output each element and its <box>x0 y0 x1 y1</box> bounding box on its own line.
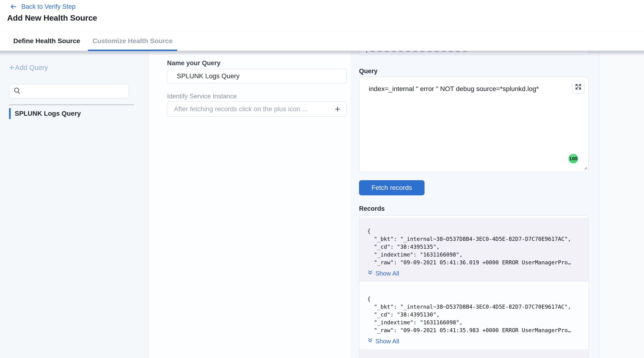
back-arrow-icon[interactable] <box>10 3 17 10</box>
tab-bar: Define Health Source Customize Health So… <box>0 31 644 51</box>
tab-customize-health-source[interactable]: Customize Health Source <box>88 31 178 50</box>
double-chevron-down-icon <box>367 270 373 277</box>
clipped-field-text <box>371 51 470 52</box>
add-health-source-page: Back to Verify Step Add New Health Sourc… <box>0 0 644 358</box>
add-query-button[interactable]: + Add Query <box>9 63 48 72</box>
clipped-field-above[interactable] <box>359 51 589 55</box>
fetch-records-button[interactable]: Fetch records <box>359 180 424 195</box>
back-to-verify-link[interactable]: Back to Verify Step <box>10 3 76 10</box>
service-instance-field: + <box>167 101 347 117</box>
selected-indicator-bar <box>9 108 11 119</box>
show-all-link[interactable]: Show All <box>367 338 399 345</box>
right-side-panel <box>599 51 644 358</box>
query-item-label: SPLUNK Logs Query <box>15 110 81 117</box>
record-line: { <box>367 295 581 303</box>
show-all-label: Show All <box>376 270 399 277</box>
records-label: Records <box>359 205 385 212</box>
records-container: { "_bkt": "_internal~38~D537D8B4-3EC0-4D… <box>359 215 589 358</box>
query-sidebar: + Add Query SPLUNK Logs Query <box>0 51 149 358</box>
add-query-label: Add Query <box>15 64 48 72</box>
search-input[interactable] <box>24 87 125 95</box>
add-service-instance-plus-icon[interactable]: + <box>334 105 342 113</box>
record-line: "_bkt": "_internal~38~D537D8B4-3EC0-4D5E… <box>367 235 581 243</box>
record-line: "_cd": "38:4395130", <box>367 311 581 319</box>
query-form-column: Name your Query Identify Service Instanc… <box>149 51 350 358</box>
query-search-box <box>9 84 129 98</box>
service-instance-label: Identify Service Instance <box>167 93 237 100</box>
sidebar-item-splunk-logs-query[interactable]: SPLUNK Logs Query <box>0 107 148 120</box>
tab-define-health-source[interactable]: Define Health Source <box>8 31 85 50</box>
back-link-label[interactable]: Back to Verify Step <box>21 3 76 10</box>
name-query-label: Name your Query <box>167 59 220 67</box>
query-panel: Query index=_internal " error " NOT debu… <box>350 51 599 358</box>
resize-handle[interactable] <box>583 165 588 171</box>
expand-query-button[interactable] <box>572 81 585 94</box>
page-header: Back to Verify Step Add New Health Sourc… <box>0 0 644 51</box>
query-editor[interactable]: index=_internal " error " NOT debug sour… <box>359 77 589 172</box>
record-line: "_bkt": "_internal~38~D537D8B4-3EC0-4D5E… <box>367 303 581 311</box>
record-card-1: { "_bkt": "_internal~38~D537D8B4-3EC0-4D… <box>359 218 588 282</box>
record-line: "_cd": "38:4395135", <box>367 243 581 251</box>
record-line: "_raw": "09-09-2021 05:41:36.019 +0000 E… <box>367 259 581 267</box>
record-line: { <box>367 227 581 235</box>
record-card-3-partial <box>359 349 588 358</box>
page-title: Add New Health Source <box>7 13 97 22</box>
sidebar-divider <box>9 105 134 105</box>
plus-icon: + <box>9 63 14 72</box>
record-count-badge: 100 <box>568 154 578 163</box>
show-all-link[interactable]: Show All <box>367 270 399 277</box>
show-all-label: Show All <box>376 338 399 345</box>
expand-icon <box>575 83 582 91</box>
record-line: "_indextime": "1631166098", <box>367 251 581 259</box>
header-top: Back to Verify Step Add New Health Sourc… <box>0 0 644 31</box>
double-chevron-down-icon <box>367 338 373 345</box>
record-line: "_raw": "09-09-2021 05:41:35.983 +0000 E… <box>367 327 581 334</box>
service-instance-input[interactable] <box>167 102 334 116</box>
record-card-2: { "_bkt": "_internal~38~D537D8B4-3EC0-4D… <box>359 282 588 349</box>
record-line: "_indextime": "1631166098", <box>367 319 581 327</box>
search-icon <box>13 87 21 96</box>
query-text[interactable]: index=_internal " error " NOT debug sour… <box>369 85 560 93</box>
query-label: Query <box>359 67 378 75</box>
clipped-field-caret <box>366 51 367 53</box>
content-area: + Add Query SPLUNK Logs Query Name your … <box>0 51 644 358</box>
query-name-input[interactable] <box>167 69 347 83</box>
